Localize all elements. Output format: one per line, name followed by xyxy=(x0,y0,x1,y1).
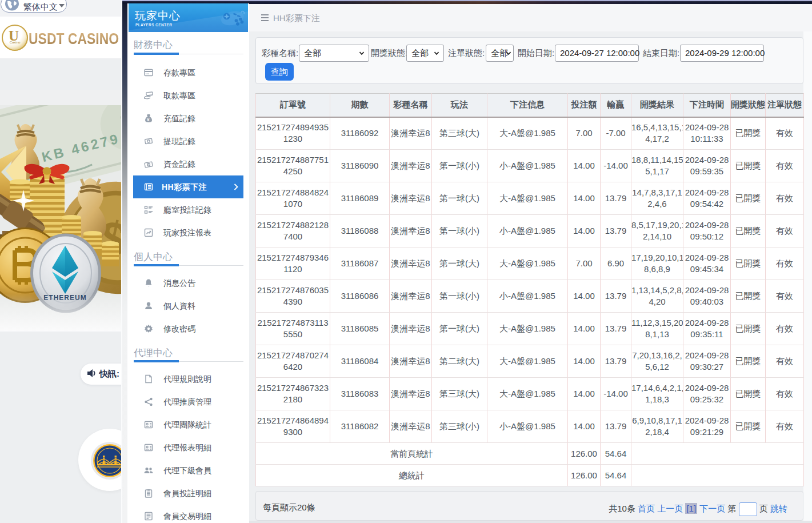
svg-text:¥: ¥ xyxy=(147,117,150,122)
svg-text:$: $ xyxy=(147,163,150,167)
